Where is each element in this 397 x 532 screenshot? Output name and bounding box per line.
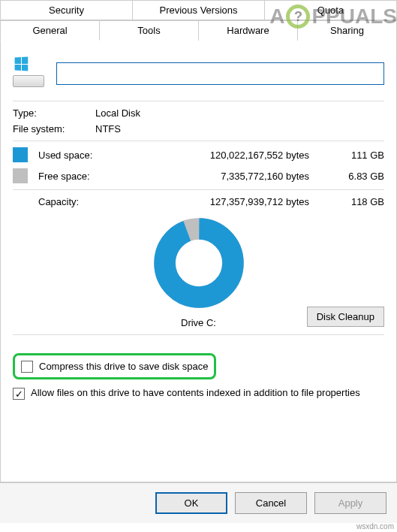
divider	[13, 141, 384, 141]
used-swatch-icon	[13, 147, 28, 162]
tab-security[interactable]: Security	[0, 0, 133, 20]
usage-chart-area: Drive C: Disk Cleanup	[13, 218, 384, 328]
used-space-bytes: 120,022,167,552 bytes	[128, 150, 332, 161]
tabs-back-row: Security Previous Versions Quota	[0, 0, 397, 20]
dialog-footer: OK Cancel Apply	[0, 482, 397, 523]
filesystem-label: File system:	[13, 123, 95, 135]
tab-quota[interactable]: Quota	[265, 0, 397, 20]
cancel-button[interactable]: Cancel	[235, 492, 307, 514]
filesystem-value: NTFS	[95, 123, 121, 135]
capacity-gb: 118 GB	[332, 196, 384, 207]
type-value: Local Disk	[95, 107, 140, 119]
used-space-label: Used space:	[38, 150, 128, 161]
free-space-gb: 6.83 GB	[332, 171, 384, 182]
tabs-front-row: General Tools Hardware Sharing	[0, 20, 397, 41]
capacity-label: Capacity:	[38, 196, 128, 207]
tab-hardware[interactable]: Hardware	[199, 20, 298, 41]
tab-sharing[interactable]: Sharing	[298, 20, 397, 41]
source-watermark: wsxdn.com	[356, 522, 394, 530]
disk-cleanup-button[interactable]: Disk Cleanup	[307, 307, 384, 327]
used-space-gb: 111 GB	[332, 150, 384, 161]
divider	[13, 334, 384, 335]
free-space-bytes: 7,335,772,160 bytes	[128, 171, 332, 182]
general-panel: Type: Local Disk File system: NTFS Used …	[0, 41, 397, 482]
disk-usage-donut-icon	[154, 218, 244, 308]
free-swatch-icon	[13, 168, 28, 183]
drive-name-input[interactable]	[56, 62, 384, 85]
tab-previous-versions[interactable]: Previous Versions	[133, 0, 265, 20]
divider	[13, 189, 384, 190]
drive-icon	[13, 60, 44, 87]
index-checkbox[interactable]	[13, 388, 25, 400]
type-label: Type:	[13, 107, 95, 119]
compress-option-highlight: Compress this drive to save disk space	[13, 353, 216, 379]
ok-button[interactable]: OK	[155, 492, 227, 514]
tab-general[interactable]: General	[0, 20, 100, 41]
index-label: Allow files on this drive to have conten…	[31, 387, 360, 398]
apply-button[interactable]: Apply	[314, 492, 386, 514]
compress-checkbox[interactable]	[21, 361, 33, 373]
capacity-bytes: 127,357,939,712 bytes	[128, 196, 332, 207]
free-space-label: Free space:	[38, 171, 128, 182]
compress-label: Compress this drive to save disk space	[39, 361, 208, 372]
divider	[13, 101, 384, 101]
tab-tools[interactable]: Tools	[100, 20, 199, 41]
drive-label: Drive C:	[181, 317, 216, 328]
